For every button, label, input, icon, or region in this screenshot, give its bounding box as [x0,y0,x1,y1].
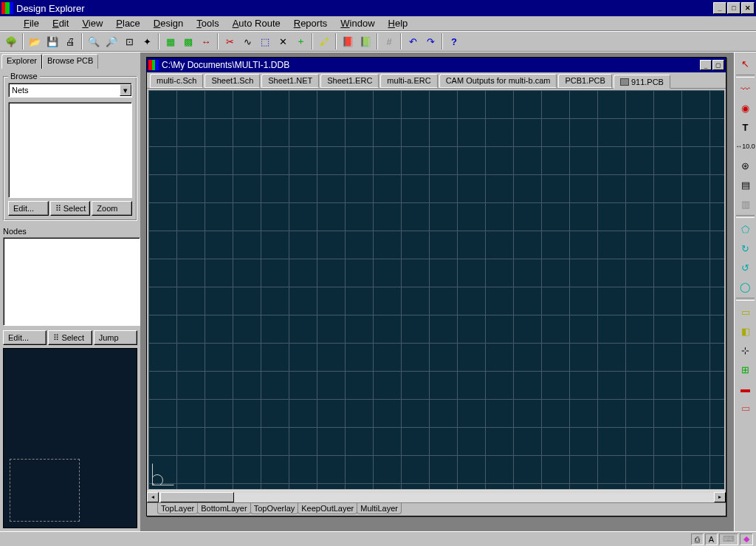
minimize-button[interactable]: _ [713,2,726,14]
spiral-icon[interactable]: ◯ [738,279,754,295]
text-icon[interactable]: T [738,119,754,135]
menu-design[interactable]: Design [148,16,189,30]
minimap-viewport [10,459,80,522]
doc-minimize-button[interactable]: _ [700,60,712,70]
open-icon[interactable]: 📂 [27,33,43,50]
horizontal-scrollbar[interactable]: ◂ ▸ [147,491,726,502]
tab-sheet1-erc[interactable]: Sheet1.ERC [320,74,379,88]
status-book-icon[interactable]: ◆ [740,533,753,545]
menu-edit[interactable]: Edit [47,16,75,30]
fill-icon[interactable]: ▥ [738,196,754,212]
nets-listbox[interactable] [8,102,132,198]
array-icon[interactable]: ⊞ [738,361,754,378]
combo-value: Nets [12,86,29,95]
scroll-right-button[interactable]: ▸ [714,492,726,502]
status-a[interactable]: A [705,533,718,545]
menu-file[interactable]: File [18,16,45,30]
undo-icon[interactable]: ↶ [405,33,421,50]
layer-top[interactable]: TopLayer [157,503,198,514]
marquee-icon[interactable]: ⬚ [257,33,273,50]
layer-keepout[interactable]: KeepOutLayer [298,503,357,514]
zoom-in-icon[interactable]: 🔍 [86,33,102,50]
canvas-wrap [147,89,726,491]
arc-cw-icon[interactable]: ↻ [738,240,754,256]
edit-node-button[interactable]: Edit... [3,330,47,345]
origin-icon[interactable]: ⊹ [738,342,754,358]
menu-view[interactable]: View [76,16,109,30]
menubar: File Edit View Place Design Tools Auto R… [0,16,756,31]
menu-place[interactable]: Place [110,16,146,30]
layer-multi[interactable]: MultiLayer [357,503,402,514]
grid-icon[interactable]: # [381,33,397,50]
tab-sheet1-sch[interactable]: Sheet1.Sch [205,74,260,88]
cut-icon[interactable]: ✂ [221,33,238,50]
status-keyboard-icon[interactable]: ⌨ [719,533,738,545]
scroll-left-button[interactable]: ◂ [147,492,159,502]
doc-maximize-button[interactable]: ▢ [712,60,724,70]
tab-911-pcb[interactable]: 911.PCB [614,75,670,89]
tab-multi-c-sch[interactable]: multi-c.Sch [150,74,203,88]
jump-button[interactable]: Jump [94,330,137,345]
browse-combo[interactable]: Nets ▾ [8,83,132,98]
menu-autoroute[interactable]: Auto Route [227,16,286,30]
node-icon[interactable]: ✕ [275,33,291,50]
rect-icon[interactable]: ▤ [738,177,754,193]
zoom-fit-icon[interactable]: ⊡ [121,33,137,50]
tree-icon[interactable]: 🌳 [3,33,19,50]
tab-explorer[interactable]: Explorer [1,54,42,69]
tab-sheet1-net[interactable]: Sheet1.NET [261,74,319,88]
move-icon[interactable]: ↔ [198,33,214,50]
redo-icon[interactable]: ↷ [422,33,439,50]
dimension-icon[interactable]: ↔10.0 [738,138,754,154]
tab-multi-a-erc[interactable]: multi-a.ERC [380,74,437,88]
room-icon[interactable]: ▭ [738,400,754,416]
menu-reports[interactable]: Reports [288,16,334,30]
cross-probe-icon[interactable]: ✦ [139,33,155,50]
wire-icon[interactable]: 〰 [738,81,754,97]
chevron-down-icon[interactable]: ▾ [120,84,131,96]
select-area-icon[interactable]: ▩ [180,33,196,50]
plus-icon[interactable]: ＋ [292,33,309,50]
tab-browse-pcb[interactable]: Browse PCB [42,54,98,69]
layer-bottom[interactable]: BottomLayer [197,503,250,514]
component-icon[interactable]: ▭ [738,304,754,320]
pcb-canvas[interactable] [148,90,724,489]
zoom-button[interactable]: Zoom [92,201,132,216]
scroll-track[interactable] [159,492,714,502]
poly-icon[interactable]: ⬠ [738,221,754,237]
menu-window[interactable]: Window [334,16,380,30]
pad-icon[interactable]: ◉ [738,100,754,116]
select-icon[interactable]: ▦ [162,33,179,50]
rect-fill-icon[interactable]: ▬ [738,381,754,397]
nodes-label: Nodes [1,224,139,236]
workspace: C:\My Documents\MULTI-1.DDB _ ▢ multi-c.… [142,52,734,531]
save-icon[interactable]: 💾 [44,33,61,50]
edit-button[interactable]: Edit... [8,201,49,216]
highlight-icon[interactable]: 🖍 [316,33,332,50]
status-print-icon[interactable]: ⎙ [691,533,704,545]
lib-close-icon[interactable]: 📗 [357,33,374,50]
track-icon[interactable]: ∿ [239,33,255,50]
main-area: Explorer Browse PCB Browse Nets ▾ Edit..… [0,52,756,531]
zoom-out-icon[interactable]: 🔎 [103,33,120,50]
arc-ccw-icon[interactable]: ↺ [738,259,754,276]
print-icon[interactable]: 🖨 [62,33,78,50]
minimap[interactable] [3,348,137,528]
nodes-listbox[interactable] [3,237,140,326]
menu-help[interactable]: Help [382,16,414,30]
tab-cam-outputs[interactable]: CAM Outputs for multi-b.cam [439,74,557,88]
close-button[interactable]: ✕ [741,2,755,14]
cursor-icon[interactable]: ↖ [738,55,754,72]
scroll-thumb[interactable] [160,492,234,502]
menu-tools[interactable]: Tools [190,16,224,30]
help-icon[interactable]: ? [446,33,462,50]
select-button[interactable]: ⠿ Select [50,201,91,216]
app-title: Design Explorer [16,3,712,14]
maximize-button[interactable]: □ [727,2,740,14]
string-icon[interactable]: ◧ [738,323,754,339]
select-node-button[interactable]: ⠿ Select [48,330,92,345]
lib-open-icon[interactable]: 📕 [340,33,356,50]
tab-pcb1[interactable]: PCB1.PCB [558,74,611,88]
layer-topoverlay[interactable]: TopOverlay [250,503,299,514]
via-icon[interactable]: ⊛ [738,157,754,174]
